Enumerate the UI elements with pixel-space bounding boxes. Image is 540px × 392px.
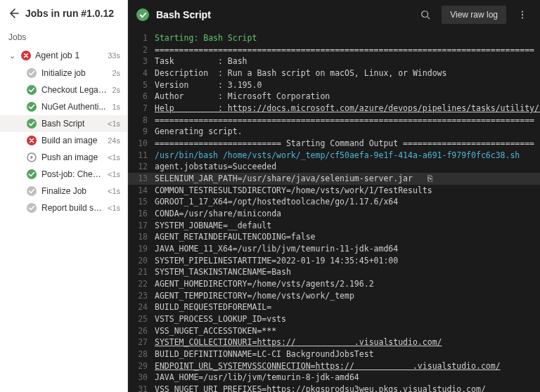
status-success-icon xyxy=(27,102,37,112)
search-icon[interactable] xyxy=(416,6,435,24)
job-row[interactable]: ⌄ Agent job 1 33s xyxy=(0,46,127,65)
log-line[interactable]: 21SYSTEM_TASKINSTANCENAME=Bash xyxy=(128,266,540,278)
svg-point-9 xyxy=(27,203,37,213)
line-text: AGENT_TEMPDIRECTORY=/home/vsts/work/_tem… xyxy=(155,290,354,302)
log-line[interactable]: 20SYSTEM_PIPELINESTARTTIME=2022-01-19 14… xyxy=(128,255,540,267)
line-number: 6 xyxy=(128,91,155,103)
log-line[interactable]: 26VSS_NUGET_ACCESSTOKEN=*** xyxy=(128,325,540,337)
job-time: 33s xyxy=(108,51,120,60)
step-name: Bash Script xyxy=(41,119,103,129)
line-number: 16 xyxy=(128,208,155,220)
step-row[interactable]: Initialize job2s xyxy=(0,65,127,81)
line-number: 20 xyxy=(128,255,155,267)
line-number: 13 xyxy=(128,173,155,185)
log-line[interactable]: 22AGENT_HOMEDIRECTORY=/home/vsts/agents/… xyxy=(128,278,540,290)
log-line[interactable]: 16CONDA=/usr/share/miniconda xyxy=(128,208,540,220)
log-line[interactable]: 1Starting: Bash Script xyxy=(128,32,540,44)
log-line[interactable]: 6Author : Microsoft Corporation xyxy=(128,91,540,103)
log-line[interactable]: 15GOROOT_1_17_X64=/opt/hostedtoolcache/g… xyxy=(128,196,540,208)
log-lines[interactable]: 1Starting: Bash Script2=================… xyxy=(128,30,540,392)
step-row[interactable]: Finalize Job<1s xyxy=(0,183,127,200)
back-button[interactable] xyxy=(7,7,20,20)
log-line[interactable]: 18AGENT_RETAINDEFAULTENCODING=false xyxy=(128,231,540,243)
step-row[interactable]: Bash Script<1s xyxy=(0,115,127,132)
line-text: SYSTEM_TASKINSTANCENAME=Bash xyxy=(155,266,291,278)
line-text: Author : Microsoft Corporation xyxy=(155,91,330,103)
log-line[interactable]: 28BUILD_DEFINITIONNAME=LC-CI BackgroundJ… xyxy=(128,348,540,360)
step-name: Post-job: Chec... xyxy=(41,169,103,179)
svg-point-13 xyxy=(522,14,523,15)
line-number: 22 xyxy=(128,278,155,290)
svg-point-14 xyxy=(522,17,523,18)
line-text: ========================================… xyxy=(155,44,534,56)
line-text: SYSTEM_JOBNAME=__default xyxy=(155,220,271,232)
line-number: 14 xyxy=(128,185,155,197)
log-line[interactable]: 14COMMON_TESTRESULTSDIRECTORY=/home/vsts… xyxy=(128,185,540,197)
line-text: Version : 3.195.0 xyxy=(155,79,262,91)
log-line[interactable]: 10========================== Starting Co… xyxy=(128,138,540,150)
line-number: 29 xyxy=(128,360,155,372)
view-raw-log-button[interactable]: View raw log xyxy=(442,6,506,24)
log-line[interactable]: 31VSS_NUGET_URI_PREFIXES=https://pkgspro… xyxy=(128,384,540,392)
line-text: COMMON_TESTRESULTSDIRECTORY=/home/vsts/w… xyxy=(155,185,432,197)
log-line[interactable]: 11/usr/bin/bash /home/vsts/work/_temp/cf… xyxy=(128,150,540,162)
line-text: VSS_NUGET_ACCESSTOKEN=*** xyxy=(155,325,276,337)
step-row[interactable]: Post-job: Chec...<1s xyxy=(0,166,127,183)
log-line[interactable]: 3Task : Bash xyxy=(128,55,540,67)
status-fail-icon xyxy=(27,136,37,145)
log-line[interactable]: 4Description : Run a Bash script on macO… xyxy=(128,67,540,79)
log-line[interactable]: 7Help : https://docs.microsoft.com/azure… xyxy=(128,103,540,115)
jobs-sidebar: Jobs in run #1.0.12 Jobs ⌄ Agent job 1 3… xyxy=(0,0,128,392)
chevron-down-icon[interactable]: ⌄ xyxy=(7,51,17,60)
svg-point-2 xyxy=(27,85,37,95)
log-line[interactable]: 13SELENIUM_JAR_PATH=/usr/share/java/sele… xyxy=(128,173,540,185)
svg-line-11 xyxy=(428,17,430,20)
step-row[interactable]: Checkout Legal...2s xyxy=(0,81,127,98)
line-text: CONDA=/usr/share/miniconda xyxy=(155,208,281,220)
step-row[interactable]: Report build st...<1s xyxy=(0,200,127,216)
line-number: 11 xyxy=(128,150,155,162)
log-line[interactable]: 29ENDPOINT_URL_SYSTEMVSSCONNECTION=https… xyxy=(128,360,540,372)
step-name: Checkout Legal... xyxy=(41,85,107,95)
log-line[interactable]: 2=======================================… xyxy=(128,44,540,56)
log-line[interactable]: 17SYSTEM_JOBNAME=__default xyxy=(128,220,540,232)
step-row[interactable]: NuGet Authenti...1s xyxy=(0,98,127,115)
more-icon[interactable] xyxy=(513,6,532,24)
log-line[interactable]: 30JAVA_HOME=/usr/lib/jvm/temurin-8-jdk-a… xyxy=(128,372,540,384)
line-text: Starting: Bash Script xyxy=(155,32,257,44)
line-text: SYSTEM_COLLECTIONURI=https:// .visualstu… xyxy=(155,337,442,348)
status-success-icon xyxy=(27,119,37,129)
log-line[interactable]: 27SYSTEM_COLLECTIONURI=https:// .visuals… xyxy=(128,337,540,348)
log-line[interactable]: 24BUILD_REQUESTEDFOREMAIL= xyxy=(128,301,540,313)
line-number: 10 xyxy=(128,138,155,150)
status-fail-icon xyxy=(21,51,31,60)
status-success-icon xyxy=(27,85,37,95)
line-text: VSTS_PROCESS_LOOKUP_ID=vsts xyxy=(155,313,286,325)
log-line[interactable]: 23AGENT_TEMPDIRECTORY=/home/vsts/work/_t… xyxy=(128,290,540,302)
log-line[interactable]: 9Generating script. xyxy=(128,126,540,138)
line-text: AGENT_HOMEDIRECTORY=/home/vsts/agents/2.… xyxy=(155,278,374,290)
step-row[interactable]: Push an image<1s xyxy=(0,149,127,166)
log-line[interactable]: 12agent.jobstatus=Succeeded xyxy=(128,161,540,173)
log-panel: Bash Script View raw log 1Starting: Bash… xyxy=(128,0,540,392)
step-row[interactable]: Build an image24s xyxy=(0,132,127,149)
log-line[interactable]: 19JAVA_HOME_11_X64=/usr/lib/jvm/temurin-… xyxy=(128,243,540,255)
log-line[interactable]: 8=======================================… xyxy=(128,115,540,126)
step-name: Finalize Job xyxy=(41,186,103,196)
line-text: JAVA_HOME=/usr/lib/jvm/temurin-8-jdk-amd… xyxy=(155,372,359,384)
line-number: 23 xyxy=(128,290,155,302)
line-text: ========================================… xyxy=(155,115,534,126)
svg-point-4 xyxy=(27,119,37,129)
step-name: Push an image xyxy=(41,152,103,162)
log-line[interactable]: 25VSTS_PROCESS_LOOKUP_ID=vsts xyxy=(128,313,540,325)
line-number: 8 xyxy=(128,115,155,126)
step-name: Report build st... xyxy=(41,203,103,213)
job-name: Agent job 1 xyxy=(35,51,103,60)
log-line[interactable]: 5Version : 3.195.0 xyxy=(128,79,540,91)
line-text: SYSTEM_PIPELINESTARTTIME=2022-01-19 14:3… xyxy=(155,255,398,267)
step-time: <1s xyxy=(108,153,120,162)
step-time: <1s xyxy=(108,170,120,178)
line-number: 9 xyxy=(128,126,155,138)
sidebar-header: Jobs in run #1.0.12 xyxy=(0,0,127,30)
line-number: 3 xyxy=(128,55,155,67)
